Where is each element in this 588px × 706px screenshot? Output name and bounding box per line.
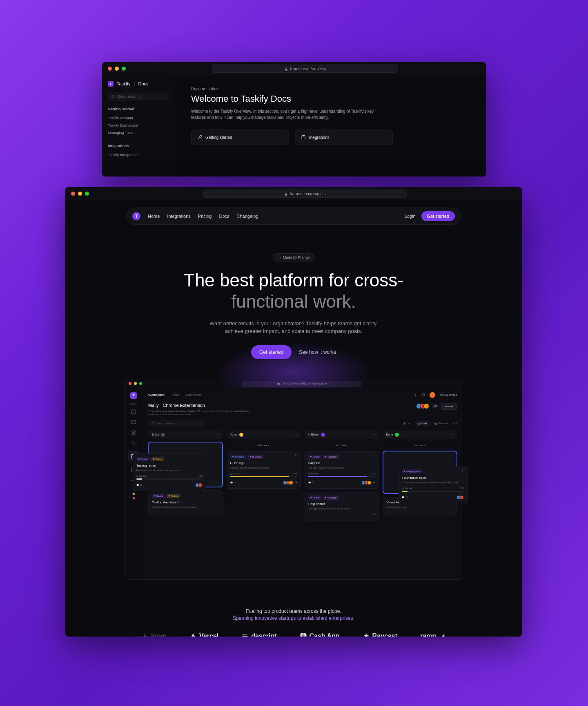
nav-pricing[interactable]: Pricing: [198, 214, 212, 219]
card-menu-icon[interactable]: ⋮: [199, 456, 203, 460]
traffic-light-close: [129, 382, 131, 385]
ramp-icon: [439, 632, 446, 637]
docs-card-getting-started[interactable]: Getting started: [191, 130, 289, 145]
task-card[interactable]: Review UI Design Help center This page s…: [305, 492, 379, 521]
gear-icon[interactable]: [413, 393, 417, 397]
user-avatar[interactable]: [430, 392, 435, 398]
docs-card-integrations[interactable]: Inegrations: [295, 130, 393, 145]
task-card[interactable]: ⋮ Review UI Design FAQ list This page sh…: [305, 451, 379, 489]
traffic-light-zoom[interactable]: [85, 192, 89, 196]
logo-ramp: ramp: [420, 632, 446, 637]
rocket-icon: [197, 135, 202, 140]
tab-document[interactable]: Document: [186, 393, 200, 397]
traffic-light-close[interactable]: [108, 67, 112, 71]
view-list[interactable]: ☰ List: [401, 421, 413, 426]
label-dot[interactable]: [133, 493, 135, 495]
url-text: framer.com/projects: [290, 67, 326, 71]
project-subtitle: This project we're create awesome produc…: [148, 409, 254, 416]
proof-line2: Spanning innovative startups to establis…: [65, 615, 522, 621]
svg-rect-13: [243, 635, 247, 635]
proof-line1: Fueling top product teams across the glo…: [65, 608, 522, 614]
docs-main: Documentation Welcome to Taskify Docs We…: [175, 75, 486, 176]
landing-window: framer.com/projects T Home Integrations …: [65, 187, 522, 637]
app-preview-window: https://www.taskify.com/workspace T MENU: [124, 379, 463, 580]
sidebar-link[interactable]: Taskify Integrations: [108, 151, 169, 159]
login-link[interactable]: Login: [405, 214, 416, 219]
menu-label: MENU: [129, 403, 138, 405]
settings-icon[interactable]: [131, 440, 136, 446]
task-card[interactable]: Review Testing Testing dashboard Reviewi…: [148, 490, 223, 515]
nav-home[interactable]: Home: [148, 214, 160, 219]
docs-description: Welcome to the Taskify Overview. In this…: [191, 108, 387, 121]
hero-description: Want better results in your organization…: [204, 319, 383, 335]
section-heading: Getting Started: [108, 107, 169, 111]
docs-label: Docs: [138, 81, 148, 86]
more-menu[interactable]: ⋯: [453, 421, 457, 426]
view-calendar[interactable]: ▦ Calendar: [432, 421, 450, 426]
add-column-icon[interactable]: +: [374, 433, 376, 436]
traffic-light-minimize[interactable]: [115, 67, 119, 71]
card-menu-icon[interactable]: ⋮: [372, 454, 376, 458]
hero: Made by Framer The best platform for cro…: [65, 253, 522, 359]
layers-icon[interactable]: [131, 430, 136, 436]
get-started-button[interactable]: Get started: [421, 211, 455, 221]
sidebar-link[interactable]: Taskify Dashboard: [108, 122, 169, 129]
card-menu-icon[interactable]: ⋮: [294, 454, 297, 458]
search-input[interactable]: Quick search...: [108, 92, 169, 101]
tab-workspace[interactable]: Workspace: [148, 393, 165, 397]
svg-rect-9: [145, 633, 145, 635]
tab-tasks[interactable]: Tasks: [171, 393, 179, 397]
svg-point-6: [415, 395, 416, 396]
top-nav: T Home Integrations Pricing Docs Changel…: [126, 208, 461, 225]
logo-loom: loom: [141, 632, 167, 637]
logo-vercel: Vercel: [189, 632, 218, 637]
add-column-icon[interactable]: +: [217, 433, 219, 436]
task-card-popout[interactable]: ⋮ Review Testing Testing report Reviewin…: [133, 454, 206, 491]
workspace-tabs: Workspace Tasks Document: [148, 393, 201, 397]
label-dot[interactable]: [133, 497, 135, 499]
home-icon[interactable]: [131, 409, 136, 414]
view-invite[interactable]: ⊞ Invite: [415, 421, 429, 426]
nav-changelog[interactable]: Changelog: [237, 214, 258, 219]
traffic-light-minimize[interactable]: [78, 192, 82, 196]
docs-sidebar: T Taskify | Docs Quick search... Getting…: [102, 75, 175, 176]
comments-count: 💬 12: [230, 481, 236, 484]
taskify-logo[interactable]: T: [132, 212, 140, 220]
task-search-input[interactable]: Search any task: [148, 420, 205, 427]
svg-text:$: $: [302, 634, 305, 637]
add-column-icon[interactable]: +: [452, 433, 454, 436]
window-chrome: https://www.taskify.com/workspace: [125, 379, 463, 388]
add-task-button[interactable]: Add task +: [383, 442, 457, 449]
hero-get-started-button[interactable]: Get started: [251, 345, 292, 359]
add-task-button[interactable]: Add task +: [305, 442, 379, 449]
add-column-icon[interactable]: +: [295, 433, 297, 436]
logo-descript: descript: [241, 632, 276, 637]
workspace-name: Taskify Works: [439, 393, 457, 396]
card-menu-icon[interactable]: ⋮: [461, 469, 464, 473]
taskify-logo: T: [108, 81, 114, 87]
folder-icon[interactable]: [131, 419, 136, 425]
sidebar-link[interactable]: Taskify Account: [108, 114, 169, 122]
see-how-link[interactable]: See how it works: [299, 349, 336, 355]
descript-icon: [241, 632, 249, 637]
task-card[interactable]: ⋮ Wireframe UI Design UI Design This pag…: [227, 451, 301, 489]
docs-window: framer.com/projects T Taskify | Docs Qui…: [102, 62, 486, 176]
traffic-light-zoom[interactable]: [122, 67, 126, 71]
customer-logos: loom Vercel descript $ Cash App Raycast: [65, 632, 522, 637]
url-bar[interactable]: framer.com/projects: [212, 65, 398, 73]
project-title: Maily - Chrome Extentention: [148, 403, 254, 408]
traffic-light-close[interactable]: [71, 192, 75, 196]
svg-point-8: [144, 635, 146, 637]
kanban-column-review: In Rivew + Add task + ⋮ Review UI D: [305, 431, 379, 524]
lock-icon: [284, 192, 288, 196]
traffic-light-zoom: [139, 382, 142, 385]
sidebar-link[interactable]: Managing Tasks: [108, 129, 169, 136]
task-card-popout[interactable]: ⋮ Design system Foundation color All abo…: [398, 466, 468, 503]
nav-integrations[interactable]: Integrations: [167, 214, 190, 219]
svg-point-0: [111, 95, 114, 97]
url-bar[interactable]: framer.com/projects: [203, 190, 407, 198]
nav-docs[interactable]: Docs: [219, 214, 229, 219]
add-task-button[interactable]: Add task +: [227, 442, 301, 449]
invite-button[interactable]: ⊕ Invite: [441, 403, 457, 410]
bell-icon[interactable]: [421, 393, 425, 397]
